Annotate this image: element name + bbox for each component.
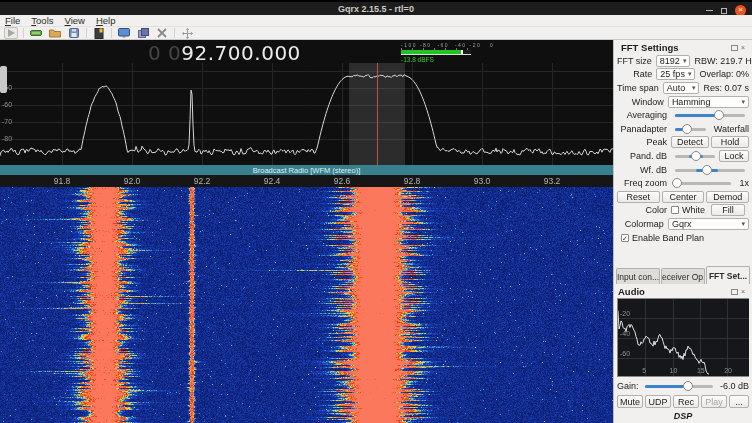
audio-dock: Audio × Gain: -6.0 dB Mute UDP Rec Play … [614, 284, 752, 423]
white-checkbox[interactable] [671, 206, 679, 214]
titlebar[interactable]: Gqrx 2.15.5 - rtl=0 × [0, 0, 752, 15]
gain-row: Gain: -6.0 dB [617, 379, 749, 393]
bookmarks-icon[interactable] [92, 27, 106, 39]
tab-receiver-options[interactable]: Receiver Op... [661, 268, 705, 284]
colormap-select[interactable]: Gqrx▾ [668, 218, 749, 230]
menu-file[interactable]: File [5, 15, 20, 26]
gain-label: Gain: [617, 381, 641, 391]
freq-scale-label: 91.8 [54, 176, 71, 186]
wf-db-range-slider[interactable] [675, 164, 745, 176]
chevron-down-icon: ▾ [688, 70, 692, 78]
bandplan-label: Broadcast Radio [WFM (stereo)] [253, 166, 361, 175]
dsp-footer-label: DSP [617, 411, 749, 421]
audio-buttons: Mute UDP Rec Play ... [617, 395, 749, 409]
retune-icon[interactable] [180, 27, 194, 39]
fill-button[interactable]: Fill [711, 204, 745, 216]
float-dock-icon[interactable] [731, 45, 738, 51]
more-button[interactable]: ... [729, 395, 749, 408]
tab-fft-settings[interactable]: FFT Set... [706, 266, 750, 284]
window-select[interactable]: Hamming▾ [668, 96, 749, 108]
fft-settings-titlebar: FFT Settings × [617, 40, 749, 54]
toolbar-separator [86, 28, 87, 38]
dsp-windows-icon[interactable] [136, 27, 150, 39]
fullscreen-icon[interactable] [117, 27, 131, 39]
enable-band-plan-checkbox[interactable]: ✓ [621, 234, 629, 242]
panadapter-split-row: Panadapter Waterfall [617, 122, 749, 136]
play-button[interactable]: Play [701, 395, 727, 408]
freq-scale-label: 93.2 [544, 176, 561, 186]
freq-zoom-slider[interactable] [675, 177, 731, 189]
close-dock-icon[interactable]: × [741, 45, 745, 51]
freq-scale-label: 93.0 [474, 176, 491, 186]
actions-row: Reset Center Demod [617, 190, 749, 204]
averaging-row: Averaging [617, 108, 749, 122]
freq-scale-label: 92.0 [124, 176, 141, 186]
smeter-scale-labels: -100 -80 -60 -40 -20 0 [401, 42, 471, 48]
white-checkbox-label: White [682, 205, 705, 215]
gain-slider[interactable] [645, 380, 713, 392]
float-dock-icon[interactable] [731, 289, 738, 295]
reset-button[interactable]: Reset [617, 191, 660, 203]
start-dsp-icon[interactable] [4, 27, 18, 39]
frequency-display[interactable]: 0 092.700.000 [148, 41, 301, 65]
color-label: Color [617, 205, 667, 215]
peak-label: Peak [617, 137, 667, 147]
fft-size-label: FFT size [617, 56, 652, 66]
wf-db-label: Wf. dB [617, 165, 667, 175]
tools-icon[interactable] [155, 27, 169, 39]
freq-scale-label: 92.6 [334, 176, 351, 186]
menu-help[interactable]: Help [96, 15, 116, 26]
udp-button[interactable]: UDP [645, 395, 671, 408]
freq-zoom-row: Freq zoom 1x [617, 176, 749, 190]
tuned-frequency-line[interactable] [377, 63, 378, 165]
fft-size-select[interactable]: 8192▾ [656, 55, 691, 67]
menu-view[interactable]: View [65, 15, 85, 26]
gain-value: -6.0 dB [717, 381, 749, 391]
time-span-select[interactable]: Auto▾ [663, 82, 700, 94]
averaging-slider[interactable] [675, 109, 745, 121]
chevron-down-icon: ▾ [683, 57, 687, 65]
signal-meter: -100 -80 -60 -40 -20 0 -13.8 dBFS [401, 42, 471, 63]
toolbar-separator [111, 28, 112, 38]
panadapter-waterfall-slider[interactable] [675, 123, 706, 135]
rate-label: Rate [617, 69, 652, 79]
colormap-value: Gqrx [672, 219, 692, 229]
save-settings-icon[interactable] [67, 27, 81, 39]
rec-button[interactable]: Rec [673, 395, 699, 408]
pand-db-lock-button[interactable]: Lock [719, 150, 749, 162]
tab-input-controls[interactable]: Input con... [616, 268, 660, 284]
averaging-label: Averaging [617, 110, 667, 120]
chevron-down-icon: ▾ [741, 220, 745, 228]
window-title: Gqrx 2.15.5 - rtl=0 [338, 4, 414, 14]
menu-tools[interactable]: Tools [31, 15, 53, 26]
fft-settings-title: FFT Settings [621, 42, 731, 53]
close-dock-icon[interactable]: × [741, 289, 745, 295]
maximize-icon[interactable] [721, 8, 727, 14]
pand-db-label: Pand. dB [617, 151, 667, 161]
peak-detect-button[interactable]: Detect [671, 136, 709, 148]
peak-hold-button[interactable]: Hold [711, 136, 749, 148]
dock-panel: FFT Settings × FFT size 8192▾ RBW: 219.7… [613, 40, 752, 423]
mute-button[interactable]: Mute [617, 395, 643, 408]
res-value: Res: 0.07 s [703, 83, 749, 93]
fft-size-value: 8192 [660, 56, 680, 66]
smeter-baseline [401, 54, 471, 55]
demod-button[interactable]: Demod [706, 191, 749, 203]
bandplan-bar: Broadcast Radio [WFM (stereo)] [0, 165, 613, 175]
window-label: Window [617, 97, 664, 107]
minimize-icon[interactable] [706, 10, 713, 11]
open-settings-icon[interactable] [48, 27, 62, 39]
panadapter-plot[interactable]: 0 092.700.000 -100 -80 -60 -40 -20 0 -13… [0, 40, 613, 165]
center-button[interactable]: Center [662, 191, 705, 203]
rate-select[interactable]: 25 fps▾ [656, 68, 695, 80]
panadapter-canvas[interactable] [0, 40, 613, 165]
enable-band-plan-label: Enable Band Plan [632, 233, 704, 243]
toolbar [0, 27, 752, 40]
io-devices-icon[interactable] [29, 27, 43, 39]
waterfall-canvas[interactable] [0, 187, 613, 423]
smeter-value: -13.8 dBFS [401, 56, 471, 63]
pand-db-range-slider[interactable] [675, 150, 715, 162]
chevron-down-icon: ▾ [692, 84, 696, 92]
rbw-value: RBW: 219.7 Hz [694, 56, 752, 66]
audio-fft-canvas [618, 299, 749, 376]
